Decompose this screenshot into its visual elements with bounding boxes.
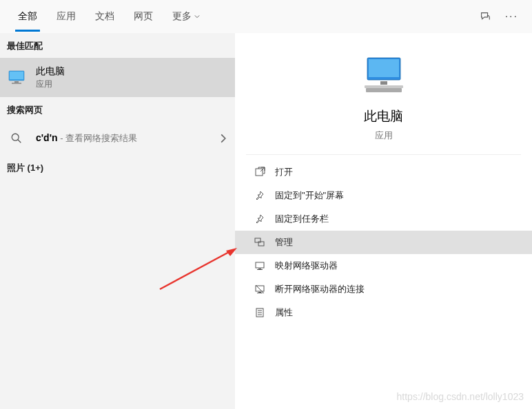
tab-docs[interactable]: 文档 <box>85 1 124 32</box>
action-label: 固定到任务栏 <box>275 213 329 225</box>
manage-icon <box>254 237 265 248</box>
svg-rect-11 <box>256 169 263 176</box>
tab-more-label: 更多 <box>172 10 192 23</box>
action-label: 属性 <box>275 306 293 319</box>
svg-rect-19 <box>258 292 261 293</box>
svg-rect-14 <box>256 262 264 268</box>
svg-rect-20 <box>257 293 263 293</box>
action-label: 映射网络驱动器 <box>275 260 338 272</box>
action-open[interactable]: 打开 <box>235 160 532 184</box>
result-title: 此电脑 <box>36 65 228 77</box>
tab-web[interactable]: 网页 <box>124 1 163 32</box>
search-query: c'd'n <box>36 132 58 143</box>
action-label: 打开 <box>275 166 293 178</box>
actions-list: 打开 固定到"开始"屏幕 固定到任务栏 管理 映射网络驱动器 断开网络驱动器的连… <box>235 155 532 330</box>
disconnect-drive-icon <box>254 284 265 295</box>
preview-panel: 此电脑 应用 打开 固定到"开始"屏幕 固定到任务栏 管理 映 <box>235 33 532 409</box>
preview-sub: 应用 <box>246 129 521 142</box>
chevron-right-icon <box>218 134 228 143</box>
svg-rect-8 <box>380 81 387 85</box>
pin-icon <box>254 190 265 201</box>
svg-rect-1 <box>10 72 23 79</box>
action-pin-taskbar[interactable]: 固定到任务栏 <box>235 207 532 231</box>
svg-rect-7 <box>369 59 399 77</box>
svg-rect-10 <box>366 88 402 92</box>
section-search-web: 搜索网页 <box>0 97 235 122</box>
action-properties[interactable]: 属性 <box>235 301 532 324</box>
tab-more[interactable]: 更多 <box>163 1 209 32</box>
open-icon <box>254 167 265 178</box>
svg-line-5 <box>18 140 21 143</box>
action-map-drive[interactable]: 映射网络驱动器 <box>235 254 532 277</box>
action-label: 管理 <box>275 236 293 249</box>
map-drive-icon <box>254 260 265 271</box>
svg-rect-9 <box>365 85 403 88</box>
tab-all[interactable]: 全部 <box>8 1 47 32</box>
action-label: 固定到"开始"屏幕 <box>275 189 344 202</box>
chevron-down-icon <box>194 14 200 19</box>
content: 最佳匹配 此电脑 应用 搜索网页 c'd'n - 查看网络搜索结 <box>0 33 532 409</box>
tab-list: 全部 应用 文档 网页 更多 <box>8 1 209 32</box>
this-pc-icon <box>7 68 26 87</box>
section-photos: 照片 (1+) <box>0 155 235 180</box>
search-desc: - 查看网络搜索结果 <box>58 133 138 143</box>
feedback-icon[interactable] <box>479 10 491 23</box>
preview-this-pc-icon <box>360 56 407 98</box>
results-panel: 最佳匹配 此电脑 应用 搜索网页 c'd'n - 查看网络搜索结 <box>0 33 235 409</box>
preview-header: 此电脑 应用 <box>246 41 521 155</box>
preview-title: 此电脑 <box>246 107 521 125</box>
tab-apps[interactable]: 应用 <box>47 1 85 32</box>
properties-icon <box>254 307 265 318</box>
svg-rect-16 <box>257 269 263 270</box>
result-text: 此电脑 应用 <box>36 65 228 90</box>
header-actions: ··· <box>479 10 524 23</box>
search-icon <box>7 129 26 148</box>
more-options-icon[interactable]: ··· <box>505 10 518 23</box>
result-web-search[interactable]: c'd'n - 查看网络搜索结果 <box>0 122 235 155</box>
header-tabs: 全部 应用 文档 网页 更多 ··· <box>0 0 532 33</box>
result-this-pc[interactable]: 此电脑 应用 <box>0 58 235 97</box>
action-label: 断开网络驱动器的连接 <box>275 283 365 295</box>
result-sub: 应用 <box>36 78 228 90</box>
action-pin-start[interactable]: 固定到"开始"屏幕 <box>235 184 532 207</box>
action-disconnect-drive[interactable]: 断开网络驱动器的连接 <box>235 277 532 301</box>
action-manage[interactable]: 管理 <box>235 231 532 254</box>
svg-rect-3 <box>12 83 21 84</box>
svg-point-4 <box>12 134 19 140</box>
svg-rect-15 <box>258 269 261 269</box>
web-search-text: c'd'n - 查看网络搜索结果 <box>36 132 218 145</box>
section-best-match: 最佳匹配 <box>0 33 235 58</box>
svg-rect-2 <box>14 81 19 83</box>
pin-icon <box>254 213 265 224</box>
